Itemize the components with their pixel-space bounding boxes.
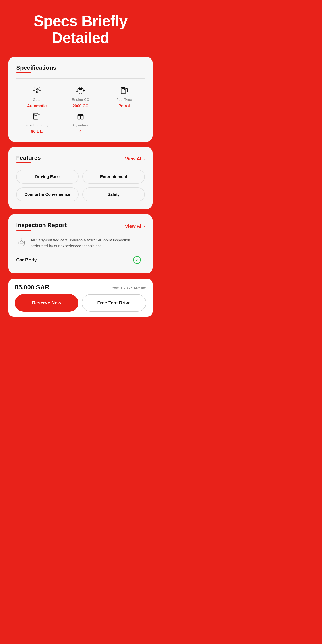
gear-value: Automatic bbox=[27, 104, 47, 108]
inspection-card: Inspection Report View All › All Carly-c… bbox=[8, 214, 152, 274]
engine-label: Engine CC bbox=[72, 98, 89, 102]
fuel-type-label: Fuel Type bbox=[116, 98, 132, 102]
features-view-all[interactable]: View All › bbox=[125, 156, 145, 162]
bottom-bar: 85,000 SAR from 1,736 SAR/ mo Reserve No… bbox=[8, 278, 152, 317]
row-chevron-icon: › bbox=[144, 257, 145, 263]
chip-driving-ease[interactable]: Driving Ease bbox=[16, 170, 78, 184]
car-body-row[interactable]: Car Body ✓ › bbox=[16, 254, 145, 266]
spec-engine: Engine CC 2000 CC bbox=[60, 85, 101, 108]
specs-grid-top: Gear Automatic Engine CC 2000 CC bbox=[16, 85, 145, 108]
svg-line-7 bbox=[38, 92, 40, 93]
svg-rect-10 bbox=[78, 88, 84, 93]
svg-rect-11 bbox=[79, 90, 82, 92]
svg-rect-31 bbox=[19, 241, 24, 245]
fuel-economy-label: Fuel Economy bbox=[26, 123, 48, 128]
price-monthly: from 1,736 SAR/ mo bbox=[112, 286, 146, 290]
inspection-title: Inspection Report bbox=[16, 222, 66, 231]
cta-row: Reserve Now Free Test Drive bbox=[15, 294, 146, 312]
price-main: 85,000 SAR bbox=[15, 284, 49, 291]
engine-value: 2000 CC bbox=[73, 104, 88, 108]
svg-rect-33 bbox=[22, 242, 23, 243]
hero-title: Specs Briefly Detailed bbox=[0, 0, 161, 57]
inspection-info-box: All Carly-certified cars undergo a stric… bbox=[16, 237, 145, 249]
chip-entertainment[interactable]: Entertainment bbox=[82, 170, 145, 184]
spec-fuel-type: Fuel Type Petrol bbox=[104, 85, 145, 108]
svg-point-0 bbox=[36, 90, 38, 92]
svg-rect-19 bbox=[122, 88, 124, 90]
chip-safety[interactable]: Safety bbox=[82, 188, 145, 202]
features-card: Features View All › Driving Ease Enterta… bbox=[8, 147, 152, 209]
chevron-right-icon-2: › bbox=[144, 224, 145, 228]
inspection-row-icons: ✓ › bbox=[133, 256, 145, 264]
free-test-drive-button[interactable]: Free Test Drive bbox=[82, 294, 146, 312]
spec-placeholder bbox=[104, 110, 145, 134]
fuel-type-icon bbox=[119, 85, 130, 96]
features-chips-grid: Driving Ease Entertainment Comfort & Con… bbox=[16, 170, 145, 202]
cylinders-value: 4 bbox=[80, 129, 82, 134]
spec-cylinders: Cylinders 4 bbox=[60, 110, 101, 134]
check-icon: ✓ bbox=[133, 256, 141, 264]
gear-icon bbox=[31, 85, 42, 96]
features-view-all-label: View All bbox=[125, 156, 142, 162]
inspection-robot-icon bbox=[16, 237, 27, 248]
spec-gear: Gear Automatic bbox=[16, 85, 58, 108]
gear-label: Gear bbox=[33, 98, 41, 102]
svg-line-6 bbox=[34, 88, 36, 89]
reserve-now-button[interactable]: Reserve Now bbox=[15, 294, 78, 312]
fuel-type-value: Petrol bbox=[118, 104, 130, 108]
specifications-card: Specifications Gear Aut bbox=[8, 57, 152, 142]
cylinders-icon bbox=[75, 110, 86, 122]
chip-comfort[interactable]: Comfort & Convenience bbox=[16, 188, 78, 202]
inspection-view-all-label: View All bbox=[125, 224, 142, 229]
svg-line-8 bbox=[38, 88, 40, 89]
car-body-label: Car Body bbox=[16, 257, 37, 263]
spec-fuel-economy: Fuel Economy 90 L L bbox=[16, 110, 58, 134]
engine-icon bbox=[75, 85, 86, 96]
specifications-title: Specifications bbox=[16, 64, 56, 73]
cylinders-label: Cylinders bbox=[73, 123, 88, 128]
svg-rect-32 bbox=[20, 242, 21, 243]
inspection-view-all[interactable]: View All › bbox=[125, 224, 145, 229]
inspection-description: All Carly-certified cars undergo a stric… bbox=[30, 237, 145, 249]
svg-rect-22 bbox=[34, 114, 37, 116]
price-row: 85,000 SAR from 1,736 SAR/ mo bbox=[15, 284, 146, 291]
fuel-economy-icon bbox=[31, 110, 42, 122]
chevron-right-icon: › bbox=[144, 156, 145, 161]
fuel-economy-value: 90 L L bbox=[31, 129, 43, 134]
specs-grid-bottom: Fuel Economy 90 L L Cylinders 4 bbox=[16, 110, 145, 134]
features-title: Features bbox=[16, 154, 41, 163]
svg-line-9 bbox=[34, 92, 36, 93]
svg-line-23 bbox=[38, 114, 40, 115]
